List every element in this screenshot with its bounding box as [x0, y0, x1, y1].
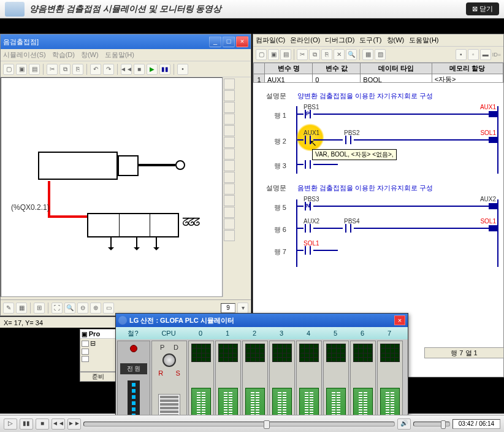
pause-icon[interactable]: ▮▮ [159, 64, 170, 75]
save-icon[interactable]: ▤ [29, 64, 40, 75]
tool-button[interactable] [224, 137, 235, 148]
contact-icon[interactable] [343, 224, 354, 233]
tool-button[interactable] [224, 160, 235, 171]
copy-icon[interactable]: ⧉ [59, 64, 71, 75]
tool-icon[interactable]: ▬ [480, 49, 491, 60]
open-icon[interactable]: ▣ [16, 64, 27, 75]
tool-icon[interactable]: ▤ [280, 49, 291, 60]
tool-icon[interactable]: ✎ [3, 303, 14, 314]
menu-item[interactable]: 창(W) [387, 36, 405, 45]
coil-icon[interactable] [489, 111, 497, 117]
tool-icon[interactable]: ▢ [256, 49, 267, 60]
zoom-out-icon[interactable]: ⊖ [77, 303, 88, 314]
cut-icon[interactable]: ✂ [47, 64, 58, 75]
zoom-region-icon[interactable]: ▭ [103, 303, 114, 314]
app-close-button[interactable]: ⊠ 닫기 [466, 2, 499, 15]
slot-header: 7 [376, 330, 403, 337]
grid-icon[interactable]: ⊞ [34, 303, 45, 314]
media-controls: ▷ ▮▮ ■ ◄◄ ►► 🔊 03:42 / 06:14 [0, 415, 504, 432]
tool-button[interactable] [224, 79, 235, 90]
simulator-titlebar[interactable]: LG 산전 : GLOFA PLC 시뮬레이터 × [116, 314, 408, 327]
zoom-in-icon[interactable]: ⊕ [90, 303, 101, 314]
tool-button[interactable] [224, 90, 235, 101]
tool-button[interactable] [224, 148, 235, 160]
play-button[interactable]: ▷ [4, 418, 17, 430]
tool-button[interactable] [224, 230, 235, 241]
menu-item[interactable]: 도구(T) [359, 36, 381, 45]
step-icon[interactable]: • [177, 64, 188, 75]
menu-item[interactable]: 도움말(H) [409, 36, 438, 45]
maximize-button[interactable]: □ [223, 36, 235, 47]
tree-item[interactable] [80, 348, 116, 355]
menu-item[interactable]: 시뮬레이션(S) [3, 50, 46, 60]
prev-button[interactable]: ◄◄ [52, 418, 65, 430]
contact-icon[interactable] [302, 224, 313, 233]
copy-icon[interactable]: ⧉ [309, 49, 320, 60]
tool-icon[interactable]: ▦ [362, 49, 373, 60]
mode-knob-icon[interactable] [162, 353, 176, 367]
menu-item[interactable]: 디버그(D) [325, 36, 354, 45]
menu-item[interactable]: 도움말(H) [105, 50, 134, 60]
next-button[interactable]: ►► [67, 418, 81, 430]
valve-port-icon [110, 237, 112, 247]
delete-icon[interactable]: ✕ [334, 49, 345, 60]
pressure-line-icon [48, 215, 91, 218]
rewind-icon[interactable]: ◄◄ [121, 64, 132, 75]
undo-icon[interactable]: ↶ [90, 64, 101, 75]
tree-item[interactable] [80, 355, 116, 363]
mute-button[interactable]: 🔊 [397, 418, 411, 430]
contact-icon[interactable]: P [302, 110, 313, 118]
tool-icon[interactable]: ▧ [375, 49, 386, 60]
minimize-button[interactable]: _ [209, 36, 221, 47]
find-icon[interactable]: 🔍 [346, 49, 357, 60]
ready-status: 준비 [80, 372, 116, 382]
tool-button[interactable] [224, 125, 235, 136]
tool-button[interactable] [224, 183, 235, 195]
tool-button[interactable] [224, 218, 235, 230]
tool-button[interactable] [224, 172, 235, 183]
zoom-fit-icon[interactable]: ⛶ [52, 303, 63, 314]
pause-button[interactable]: ▮▮ [20, 418, 33, 430]
tool-icon[interactable]: ▦ [16, 303, 27, 314]
seek-slider[interactable] [83, 422, 395, 426]
slot-header: 0 [187, 330, 214, 337]
volume-slider[interactable] [413, 422, 450, 426]
tool-button[interactable] [224, 114, 235, 125]
close-button[interactable]: × [236, 36, 248, 47]
contact-icon[interactable] [302, 246, 313, 255]
dropdown-icon[interactable]: ▾ [237, 303, 248, 314]
redo-icon[interactable]: ↷ [103, 64, 114, 75]
tool-button[interactable] [224, 195, 235, 206]
tool-icon[interactable]: ▣ [268, 49, 279, 60]
tool-icon[interactable]: ▫ [468, 49, 479, 60]
paste-icon[interactable]: ⎘ [72, 64, 83, 75]
menu-item[interactable]: 창(W) [81, 50, 99, 60]
stop-icon[interactable]: ■ [134, 64, 145, 75]
new-icon[interactable]: ▢ [3, 64, 14, 75]
slot-header: 3 [268, 330, 295, 337]
zoom-100-icon[interactable]: 🔍 [64, 303, 75, 314]
tool-button[interactable] [224, 207, 235, 218]
power-led-icon [130, 345, 137, 352]
menu-item[interactable]: 컴파일(C) [256, 36, 285, 45]
tool-icon[interactable]: ▪ [456, 49, 467, 60]
close-button[interactable]: × [394, 315, 405, 325]
coil-icon[interactable] [489, 137, 497, 143]
contact-icon[interactable]: N [302, 202, 313, 210]
cut-icon[interactable]: ✂ [297, 49, 308, 60]
tree-item[interactable]: ⊟ [80, 339, 116, 348]
paste-icon[interactable]: ⎘ [321, 49, 332, 60]
project-panel-title: ▣ Pro [80, 330, 116, 339]
coil-icon[interactable] [489, 203, 497, 209]
zoom-value-field[interactable]: 9 [221, 303, 235, 313]
contact-icon[interactable] [302, 160, 313, 169]
tool-button[interactable] [224, 102, 235, 113]
coil-icon[interactable] [489, 225, 497, 231]
stop-button[interactable]: ■ [36, 418, 49, 430]
contact-icon[interactable] [343, 136, 354, 144]
menu-item[interactable]: 학습(D) [52, 50, 75, 60]
play-icon[interactable]: ▶ [147, 64, 158, 75]
menu-item[interactable]: 온라인(O) [290, 36, 320, 45]
rung-label: 설명문 [257, 183, 286, 193]
pneumatic-canvas[interactable]: (%QX0.2.1) ᘔᘔᘔ [1, 77, 223, 297]
